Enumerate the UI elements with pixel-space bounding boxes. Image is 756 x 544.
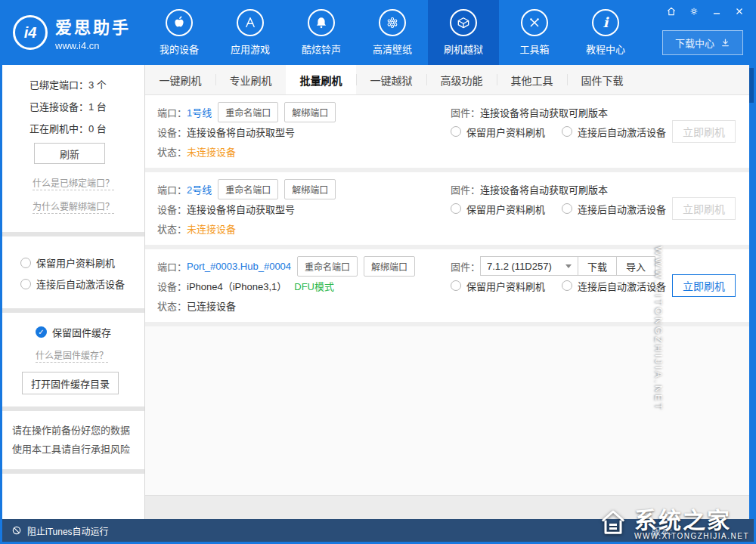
download-center-label: 下载中心 xyxy=(675,36,714,50)
nav-item-toolbox[interactable]: 工具箱 xyxy=(499,0,570,65)
download-center-button[interactable]: 下载中心 xyxy=(662,30,743,55)
row-option-keep-user-data[interactable]: 保留用户资料刷机 xyxy=(451,279,545,293)
device-label: 设备： xyxy=(157,279,187,293)
option-keep-firmware-cache[interactable]: 保留固件缓存 xyxy=(36,325,138,339)
unbind-port-button[interactable]: 解绑端口 xyxy=(284,179,336,199)
rename-port-button[interactable]: 重命名端口 xyxy=(218,102,278,122)
option-auto-activate[interactable]: 连接后自动激活设备 xyxy=(20,277,138,291)
row-option-auto-activate[interactable]: 连接后自动激活设备 xyxy=(562,202,666,216)
radio-icon[interactable] xyxy=(562,126,572,137)
device-label: 设备： xyxy=(157,202,187,216)
radio-icon[interactable] xyxy=(20,279,31,289)
app-window: i4 爱思助手 www.i4.cn 我的设备 应用游戏 xyxy=(0,0,756,544)
nav-item-tutorials[interactable]: i 教程中心 xyxy=(570,0,641,65)
radio-icon[interactable] xyxy=(562,203,572,214)
nav-label: 教程中心 xyxy=(586,42,625,56)
flash-now-button: 立即刷机 xyxy=(672,120,736,143)
firmware-label: 固件： xyxy=(451,259,480,274)
nav-item-apps-games[interactable]: 应用游戏 xyxy=(215,0,286,65)
row-left-column: 端口： Port_#0003.Hub_#0004 重命名端口 解绑端口 设备： … xyxy=(157,256,451,315)
nav-label: 应用游戏 xyxy=(231,42,270,56)
unbind-port-button[interactable]: 解绑端口 xyxy=(284,102,336,122)
help-link-firmware-cache[interactable]: 什么是固件缓存？ xyxy=(36,348,108,363)
minimize-icon[interactable] xyxy=(710,5,723,18)
radio-icon[interactable] xyxy=(20,258,31,268)
unbind-port-button[interactable]: 解绑端口 xyxy=(364,256,415,277)
firmware-select[interactable]: 7.1.2 (11D257) xyxy=(480,256,578,276)
firmware-selected-value: 7.1.2 (11D257) xyxy=(487,261,552,272)
nav-item-ringtones[interactable]: 酷炫铃声 xyxy=(286,0,357,65)
block-itunes-toggle[interactable]: 阻止iTunes自动运行 xyxy=(2,524,146,537)
option-label: 连接后自动激活设备 xyxy=(578,279,666,293)
home-icon[interactable] xyxy=(665,5,678,18)
tab-batch-flash[interactable]: 批量刷机 xyxy=(286,65,356,94)
open-cache-dir-button[interactable]: 打开固件缓存目录 xyxy=(22,372,119,394)
nav-item-wallpapers[interactable]: 高清壁纸 xyxy=(357,0,428,65)
device-row-1: 端口： 1号线 重命名端口 解绑端口 设备： 连接设备将自动获取型号 状态： 未… xyxy=(145,95,754,172)
dfu-mode-badge: DFU模式 xyxy=(294,279,334,293)
row-action-column: 立即刷机 xyxy=(665,256,743,315)
option-label: 保留固件缓存 xyxy=(52,325,111,339)
firmware-label: 固件： xyxy=(451,105,480,119)
row-option-keep-user-data[interactable]: 保留用户资料刷机 xyxy=(451,202,545,216)
app-logo: i4 爱思助手 www.i4.cn xyxy=(2,0,144,65)
nav-label: 我的设备 xyxy=(160,42,199,56)
radio-icon[interactable] xyxy=(562,280,572,291)
port-label: 端口： xyxy=(157,182,187,196)
tab-other-tools[interactable]: 其他工具 xyxy=(497,65,567,94)
help-link-unbind-port[interactable]: 为什么要解绑端口？ xyxy=(33,199,114,214)
rename-port-button[interactable]: 重命名端口 xyxy=(218,179,278,199)
checked-circle-icon[interactable] xyxy=(36,326,47,338)
row-option-keep-user-data[interactable]: 保留用户资料刷机 xyxy=(451,125,545,139)
sidebar-cache-section: 保留固件缓存 什么是固件缓存？ 打开固件缓存目录 xyxy=(2,313,144,406)
nav-item-my-devices[interactable]: 我的设备 xyxy=(144,0,215,65)
stat-bound-ports: 已绑定端口：3 个 xyxy=(29,77,138,91)
scrollbar-thumb[interactable] xyxy=(749,68,754,103)
radio-icon[interactable] xyxy=(451,126,461,137)
device-row-2: 端口： 2号线 重命名端口 解绑端口 设备： 连接设备将自动获取型号 状态： 未… xyxy=(145,172,754,249)
device-value: 连接设备将自动获取型号 xyxy=(187,202,295,216)
warning-line-1: 请在操作前备份好您的数据 xyxy=(12,422,137,440)
tab-one-click-jailbreak[interactable]: 一键越狱 xyxy=(356,65,426,94)
warning-line-2: 使用本工具请自行承担风险 xyxy=(12,440,137,459)
row-option-auto-activate[interactable]: 连接后自动激活设备 xyxy=(562,279,666,293)
status-bar: 阻止iTunes自动运行 版本: xyxy=(2,519,754,542)
rename-port-button[interactable]: 重命名端口 xyxy=(297,256,358,277)
prohibit-icon xyxy=(11,525,22,536)
sidebar: 已绑定端口：3 个 已连接设备：1 台 正在刷机中：0 台 刷新 什么是已绑定端… xyxy=(2,65,145,519)
option-label: 连接后自动激活设备 xyxy=(36,277,125,291)
toolbox-icon xyxy=(521,9,548,36)
vertical-scrollbar[interactable] xyxy=(749,65,754,519)
device-value: iPhone4（iPhone3,1） xyxy=(187,279,287,293)
port-link[interactable]: 1号线 xyxy=(187,105,212,119)
port-link[interactable]: 2号线 xyxy=(187,182,212,196)
close-icon[interactable] xyxy=(733,5,746,18)
sidebar-warning: 请在操作前备份好您的数据 使用本工具请自行承担风险 xyxy=(2,411,144,469)
option-keep-user-data[interactable]: 保留用户资料刷机 xyxy=(20,255,138,270)
status-label: 状态： xyxy=(157,221,187,236)
sidebar-stats-section: 已绑定端口：3 个 已连接设备：1 台 正在刷机中：0 台 刷新 什么是已绑定端… xyxy=(2,65,144,232)
tab-pro-flash[interactable]: 专业刷机 xyxy=(215,65,286,94)
port-link[interactable]: Port_#0003.Hub_#0004 xyxy=(187,261,291,272)
port-label: 端口： xyxy=(157,105,187,119)
tab-one-click-flash[interactable]: 一键刷机 xyxy=(145,65,215,94)
refresh-button[interactable]: 刷新 xyxy=(34,143,105,164)
nav-item-flash-jailbreak[interactable]: 刷机越狱 xyxy=(428,0,499,65)
row-firmware-column: 固件： 7.1.2 (11D257) 下载 导入 保留用户资料刷机 xyxy=(451,256,665,315)
radio-icon[interactable] xyxy=(451,203,461,214)
firmware-download-button[interactable]: 下载 xyxy=(578,256,617,276)
tab-firmware-download[interactable]: 固件下载 xyxy=(567,65,637,94)
firmware-import-button[interactable]: 导入 xyxy=(616,256,655,276)
row-left-column: 端口： 1号线 重命名端口 解绑端口 设备： 连接设备将自动获取型号 状态： 未… xyxy=(157,102,451,161)
radio-icon[interactable] xyxy=(451,280,461,291)
chevron-down-icon xyxy=(565,264,572,268)
row-option-auto-activate[interactable]: 连接后自动激活设备 xyxy=(562,125,666,139)
row-action-column: 立即刷机 xyxy=(665,179,743,238)
tab-advanced[interactable]: 高级功能 xyxy=(426,65,497,94)
flash-now-button: 立即刷机 xyxy=(672,197,736,220)
gear-icon[interactable] xyxy=(687,5,701,18)
help-link-bound-port[interactable]: 什么是已绑定端口？ xyxy=(33,176,114,190)
device-value: 连接设备将自动获取型号 xyxy=(187,125,295,139)
bottom-strip xyxy=(145,495,754,519)
flash-now-button[interactable]: 立即刷机 xyxy=(672,274,736,297)
